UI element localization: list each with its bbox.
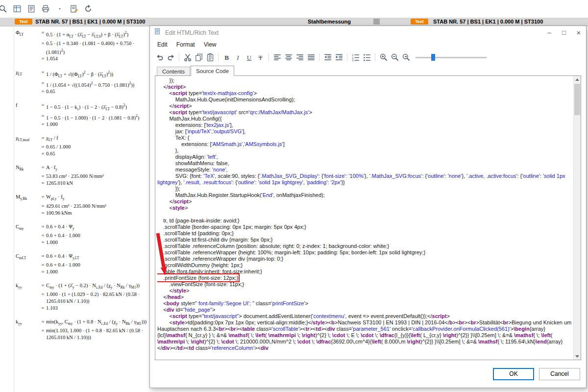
splitter-handle[interactable] <box>373 19 380 24</box>
align-center-icon[interactable] <box>283 52 294 63</box>
indent-decrease-icon[interactable] <box>322 52 333 63</box>
code-line[interactable]: </script> <box>157 103 572 109</box>
close-icon[interactable]: × <box>571 26 586 39</box>
code-line[interactable]: .scrollWidthDummy {height: 1px;} <box>157 262 572 269</box>
code-line[interactable]: messageStyle: 'none', <box>157 167 572 173</box>
code-line[interactable]: .scrollTable td:first-child div {margin:… <box>157 237 572 243</box>
code-line[interactable]: <body style=" font-family:'Segoe UI'; " … <box>157 300 572 307</box>
redo-icon[interactable] <box>165 52 176 63</box>
code-line[interactable]: MathJax.Hub.Register.StartupHook('End', … <box>157 192 572 198</box>
tab-contents[interactable]: Contents <box>157 67 190 76</box>
formula-block: My,Rk=Wpl,y · fy=429.61 cm³ · 235.000 N/… <box>16 194 151 216</box>
bullet-list-icon[interactable] <box>361 52 372 63</box>
code-line[interactable]: .scrollTable .referenceWrapper div {marg… <box>157 256 572 262</box>
code-line[interactable]: .viewFontSize {font-size: 11px;} <box>157 281 572 288</box>
maximize-icon[interactable]: □ <box>557 26 571 39</box>
code-line[interactable]: }, <box>157 147 572 154</box>
align-justify-icon[interactable] <box>305 52 317 63</box>
code-line[interactable]: <script type="text/javascript"> document… <box>157 313 572 319</box>
formula-block: kyy=min(kyy, Cmy · (1 + 0.8 · Nc,Ed / (χ… <box>16 318 151 341</box>
minimize-icon[interactable]: – <box>542 26 557 39</box>
zoom-slider[interactable] <box>416 52 487 62</box>
code-line[interactable]: <script type='text/javascript' src='qrc:… <box>157 109 572 116</box>
menu-edit[interactable]: Edit <box>153 40 172 49</box>
formula-block: f=1 − 0.5 · (1 − kc) · (1 − 2 · (λ̄LT − … <box>16 102 151 128</box>
code-line[interactable]: tr, td {page-break-inside: avoid;} <box>157 218 572 224</box>
code-line[interactable]: </script> <box>157 84 572 90</box>
code-line[interactable]: <div id="hide_page"> <box>157 307 572 313</box>
cut-icon[interactable] <box>182 52 193 63</box>
numbered-list-icon[interactable]: 123 <box>350 52 361 63</box>
zoom-in-icon[interactable] <box>378 52 389 63</box>
tab-source-code[interactable]: Source Code <box>191 66 234 76</box>
code-line[interactable]: </script> <box>157 198 572 205</box>
code-line[interactable]: .printFontSize {font-size: 12px;} <box>157 275 572 281</box>
code-line[interactable]: jax: ['input/TeX','output/SVG'], <box>157 128 572 135</box>
code-line[interactable]: <style> <box>157 205 572 211</box>
code-line[interactable]: </head> <box>157 294 572 300</box>
code-line[interactable]: MathJax.Hub.Config({ <box>157 116 572 122</box>
dialog-toolbar: BIUT123 <box>150 50 586 65</box>
undo-icon[interactable] <box>154 52 165 63</box>
rich-text-edit-icon[interactable] <box>68 3 80 15</box>
formula-line: χLT=1 / (ΦLT + √((ΦLT)2 − β · (λ̄LT)2)) <box>16 69 151 80</box>
refresh-icon[interactable] <box>82 3 94 15</box>
cancel-button[interactable]: Cancel <box>539 368 580 380</box>
zoom-slider-track[interactable] <box>416 57 487 58</box>
vertical-scrollbar[interactable] <box>573 76 581 360</box>
copy-icon[interactable] <box>193 52 204 63</box>
code-line[interactable]: table {font-family:inherit; font-size:in… <box>157 269 572 275</box>
dropdown-arrow-icon[interactable] <box>54 3 66 15</box>
formula-line: =0.6 + 0.4 · 1.000 <box>16 262 151 269</box>
table-view-icon[interactable] <box>11 3 23 15</box>
underline-icon[interactable]: U <box>244 52 255 63</box>
formula-line: =1.000 <box>16 121 151 128</box>
print-view-icon[interactable] <box>40 3 51 15</box>
scroll-down-icon[interactable] <box>574 353 581 360</box>
formula-line: kyy=min(kyy, Cmy · (1 + 0.8 · Nc,Ed / (χ… <box>16 318 151 327</box>
dialog-menubar: EditFormatView <box>150 39 586 50</box>
code-line[interactable]: extensions: ['AMSmath.js','AMSsymbols.js… <box>157 141 572 147</box>
source-code-editor[interactable]: }); </script> <script type='text/x-mathj… <box>155 75 581 360</box>
code-line[interactable]: }); <box>157 77 572 84</box>
indent-increase-icon[interactable] <box>333 52 344 63</box>
code-line[interactable]: .scrollTable .referenceColumn {position:… <box>157 243 572 249</box>
scroll-up-icon[interactable] <box>574 76 581 83</box>
form-view-icon[interactable] <box>25 3 37 15</box>
formula-line: =100.96 kNm <box>16 210 151 217</box>
code-line[interactable]: showMathMenu: false, <box>157 160 572 167</box>
menu-format[interactable]: Format <box>172 40 199 49</box>
text-badge-right: Text <box>411 19 428 24</box>
zoom-reset-icon[interactable] <box>400 52 412 63</box>
code-line[interactable]: </style> <box>157 288 572 294</box>
scrollbar-thumb[interactable] <box>574 84 580 115</box>
code-line[interactable]: .scrollTable .referenceWrapper {height: … <box>157 249 572 256</box>
bold-icon[interactable]: B <box>221 52 232 63</box>
zoom-out-icon[interactable] <box>389 52 400 63</box>
code-line[interactable]: <style>td{padding:0px 7px 1px 0px; verti… <box>157 319 572 351</box>
italic-icon[interactable]: I <box>232 52 244 63</box>
code-area[interactable]: }); </script> <script type='text/x-mathj… <box>157 77 572 360</box>
zoom-icon[interactable] <box>0 3 9 15</box>
code-line[interactable]: extensions: ['tex2jax.js'], <box>157 122 572 128</box>
code-line[interactable]: MathJax.Hub.Queue(initDimensionsAndScrol… <box>157 97 572 103</box>
code-line[interactable]: }); <box>157 186 572 192</box>
code-line[interactable]: .scrollTable {border-spacing: 0px 1px; m… <box>157 224 572 230</box>
code-line[interactable]: displayAlign: 'left', <box>157 154 572 160</box>
code-line[interactable]: SVG: {font: 'TeX', scale:90, styles: {'.… <box>157 173 572 186</box>
code-line[interactable]: TeX: { <box>157 135 572 141</box>
code-line[interactable] <box>157 211 572 218</box>
zoom-slider-handle[interactable] <box>431 54 435 61</box>
menu-view[interactable]: View <box>199 40 221 49</box>
code-line[interactable]: .scrollTable td {padding: 0px;} <box>157 230 572 237</box>
paste-icon[interactable] <box>204 52 216 63</box>
code-line[interactable]: <script type='text/x-mathjax-config'> <box>157 90 572 97</box>
align-left-icon[interactable] <box>271 52 283 63</box>
align-right-icon[interactable] <box>294 52 305 63</box>
formula-line: ΦLT=0.5 · (1 + αLT · (λ̄LT − λ̄LT,0) + β… <box>16 29 151 40</box>
formula-line: =0.65 / 1.000 <box>16 144 151 150</box>
strikethrough-icon[interactable]: T <box>255 52 266 63</box>
formula-line: =1.103 <box>16 305 151 312</box>
ok-button[interactable]: OK <box>493 368 534 380</box>
dialog-titlebar[interactable]: Edit HTML/Rich Text –□× <box>150 26 586 39</box>
